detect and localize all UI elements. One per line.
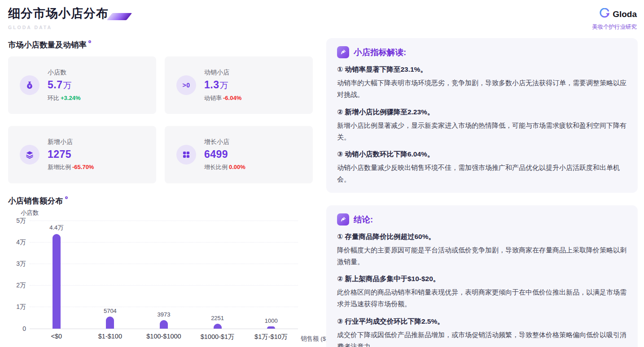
stat-icon-circle: >0 <box>176 75 196 95</box>
point-heading: ③ 行业平均成交价环比下降2.5%。 <box>337 317 627 326</box>
gt-zero-icon: >0 <box>183 82 190 89</box>
point-body: 动销小店数量减少反映出销售环境不佳，需加强市场推广和产品优化以提升小店活跃度和出… <box>337 162 627 186</box>
point-body: 此价格区间的商品动销率和销量表现优异，表明商家更倾向于在中低价位推出新品，以满足… <box>337 286 627 310</box>
chart-bar[interactable] <box>267 326 275 329</box>
insight-point: ② 新增小店比例骤降至2.23%。 新增小店比例显著减少，显示新卖家进入市场的热… <box>337 108 627 143</box>
stat-sub-metric: 新增比例-65.70% <box>48 163 94 171</box>
point-heading: ① 动销率显著下降至23.1%。 <box>337 65 627 74</box>
page-title: 细分市场小店分布 <box>8 5 109 22</box>
stat-value: 1275 <box>48 148 94 160</box>
point-body: 新增小店比例显著减少，显示新卖家进入市场的热情降低，可能与市场需求疲软和盈利空间… <box>337 120 627 143</box>
stat-label: 增长小店 <box>204 138 245 146</box>
insight-panel: 结论: ① 存量商品降价比例超过60%。 降价幅度大的主要原因可能是平台活动或低… <box>326 205 638 347</box>
chart-bar-column: 3973$100-$1000 <box>137 221 191 329</box>
stat-label: 动销小店 <box>204 69 241 77</box>
stat-text: 新增小店 1275 新增比例-65.70% <box>48 138 94 171</box>
stat-card: >0 动销小店 1.3万 动销率-6.04% <box>165 56 313 114</box>
stats-section-title: 市场小店数量及动销率 <box>8 39 313 50</box>
point-body: 成交价下降或因低价产品推新品增加，或市场促销活动频繁，导致整体价格策略偏向低价以… <box>337 329 627 347</box>
stat-value: 6499 <box>204 148 245 160</box>
chart-x-tick-label: $1万-$10万 <box>244 333 298 341</box>
chart-y-tick-label: 3万 <box>8 260 26 268</box>
chart-gridline <box>30 221 298 221</box>
chart-bar-value-label: 5704 <box>104 308 117 314</box>
panel-title: 小店指标解读: <box>354 47 406 58</box>
pen-icon <box>337 213 349 226</box>
insight-panels-column: 小店指标解读: ① 动销率显著下降至23.1%。 动销率的大幅下降表明市场环境恶… <box>326 38 638 347</box>
stat-sub-metric: 增长比例0.00% <box>204 163 245 171</box>
stat-text: 增长小店 6499 增长比例0.00% <box>204 138 245 171</box>
dashboard-page: 细分市场小店分布 GLODA DATA <box>0 0 644 347</box>
chart-bar-column: 1000$1万-$10万 <box>244 221 298 329</box>
chart-y-tick-label: 0 <box>8 325 26 332</box>
stat-value: 1.3万 <box>204 79 241 91</box>
point-heading: ③ 动销小店数环比下降6.04%。 <box>337 150 627 159</box>
header-left: 细分市场小店分布 GLODA DATA <box>8 5 129 31</box>
title-swoosh-decoration <box>107 13 132 20</box>
svg-text:¥: ¥ <box>29 84 31 88</box>
chart-bar[interactable] <box>106 317 114 329</box>
stat-text: 动销小店 1.3万 动销率-6.04% <box>204 69 241 102</box>
point-body: 降价幅度大的主要原因可能是平台活动或低价竞争加剧，导致商家在存量商品上采取降价策… <box>337 244 627 268</box>
stats-grid: ¥ 小店数 5.7万 环比+3.24% >0 动销小店 1.3万 动销率-6.0… <box>8 56 313 183</box>
chart-x-axis-title: 销售额 ($) <box>301 335 328 343</box>
insight-point: ② 新上架商品多集中于$10-$20。 此价格区间的商品动销率和销量表现优异，表… <box>337 274 627 310</box>
chart-y-tick-label: 1万 <box>8 303 26 311</box>
grid-icon <box>182 150 191 159</box>
stat-card: 新增小店 1275 新增比例-65.70% <box>8 126 156 183</box>
chart-bar-value-label: 2251 <box>211 315 224 321</box>
sales-distribution-chart: 小店数 销售额 ($) 01万2万3万4万5万4.4万<$05704$1-$10… <box>8 209 313 329</box>
chart-y-axis-title: 小店数 <box>21 209 313 217</box>
stat-value: 5.7万 <box>48 79 80 91</box>
chart-x-tick-label: $1-$100 <box>83 333 137 340</box>
chart-plot-area: 销售额 ($) 01万2万3万4万5万4.4万<$05704$1-$100397… <box>30 221 298 329</box>
chart-bar[interactable] <box>53 234 61 329</box>
insight-point: ① 动销率显著下降至23.1%。 动销率的大幅下降表明市场环境恶劣，竞争加剧，导… <box>337 65 627 101</box>
chart-x-tick-label: <$0 <box>30 333 83 340</box>
stat-sub-metric: 动销率-6.04% <box>204 94 241 102</box>
chart-bar-value-label: 4.4万 <box>49 224 63 232</box>
stats-section-title-text: 市场小店数量及动销率 <box>8 39 87 50</box>
insight-point: ③ 动销小店数环比下降6.04%。 动销小店数量减少反映出销售环境不佳，需加强市… <box>337 150 627 186</box>
chart-bar[interactable] <box>160 320 168 329</box>
panel-points: ① 动销率显著下降至23.1%。 动销率的大幅下降表明市场环境恶劣，竞争加剧，导… <box>337 65 627 186</box>
chart-bar-column: 2251$1000-$1万 <box>191 221 245 329</box>
stat-text: 小店数 5.7万 环比+3.24% <box>48 69 80 102</box>
gloda-logo-icon <box>599 8 610 21</box>
pen-icon <box>337 46 349 58</box>
page-header: 细分市场小店分布 GLODA DATA <box>8 5 637 31</box>
stat-icon-circle <box>20 145 39 165</box>
point-heading: ① 存量商品降价比例超过60%。 <box>337 232 627 242</box>
chart-bar[interactable] <box>214 324 222 329</box>
stat-label: 新增小店 <box>48 138 94 146</box>
chart-section-title: 小店销售额分布 <box>8 195 313 206</box>
insight-point: ① 存量商品降价比例超过60%。 降价幅度大的主要原因可能是平台活动或低价竞争加… <box>337 232 627 268</box>
point-body: 动销率的大幅下降表明市场环境恶劣，竞争加剧，导致多数小店无法获得订单，需要调整策… <box>337 77 627 101</box>
stat-card: ¥ 小店数 5.7万 环比+3.24% <box>8 56 156 114</box>
stat-label: 小店数 <box>48 69 80 77</box>
header-right: Gloda 美妆个护行业研究 <box>592 5 637 31</box>
chart-bar-column: 5704$1-$100 <box>83 221 137 329</box>
stat-card: 增长小店 6499 增长比例0.00% <box>165 126 313 183</box>
chart-section-title-text: 小店销售额分布 <box>8 195 63 206</box>
ring-marker-icon <box>65 196 68 199</box>
chart-x-tick-label: $100-$1000 <box>137 333 191 340</box>
industry-research-link[interactable]: 美妆个护行业研究 <box>592 23 637 31</box>
insight-panel: 小店指标解读: ① 动销率显著下降至23.1%。 动销率的大幅下降表明市场环境恶… <box>326 38 638 193</box>
panel-header: 小店指标解读: <box>337 46 627 58</box>
left-column: 市场小店数量及动销率 ¥ 小店数 5.7万 环比+3.24% >0 动销小店 1… <box>8 39 313 329</box>
moneybag-icon: ¥ <box>25 80 35 90</box>
chart-bar-value-label: 3973 <box>158 311 171 318</box>
insight-point: ③ 行业平均成交价环比下降2.5%。 成交价下降或因低价产品推新品增加，或市场促… <box>337 317 627 347</box>
ring-marker-icon <box>88 40 91 43</box>
chart-x-tick-label: $1000-$1万 <box>191 333 245 341</box>
page-subtitle: GLODA DATA <box>8 25 129 30</box>
chart-bar-column: 4.4万<$0 <box>30 221 83 329</box>
panel-title: 结论: <box>354 214 373 225</box>
stat-icon-circle: ¥ <box>20 75 39 95</box>
chart-bar-value-label: 1000 <box>265 317 278 324</box>
chart-y-tick-label: 5万 <box>8 217 26 225</box>
point-heading: ② 新增小店比例骤降至2.23%。 <box>337 108 627 117</box>
brand-name: Gloda <box>613 9 637 19</box>
layers-icon <box>25 150 35 160</box>
